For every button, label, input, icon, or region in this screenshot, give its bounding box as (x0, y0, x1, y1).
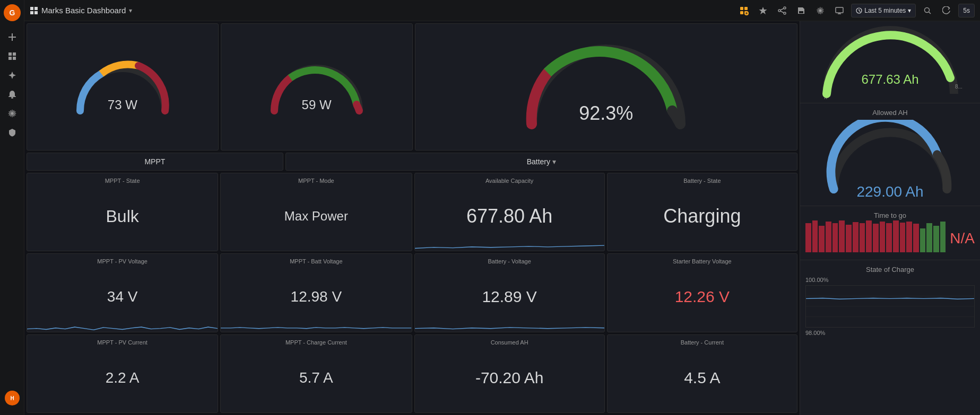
batt-voltage-chart (221, 322, 411, 332)
svg-line-28 (780, 8, 784, 10)
sidebar-alerts-icon[interactable] (4, 86, 21, 103)
battery-state-label: Battery - State (614, 178, 791, 184)
gauge-923pct-value: 92.3% (579, 102, 633, 125)
soc-chart (805, 285, 975, 328)
svg-rect-17 (740, 7, 743, 10)
svg-line-29 (780, 11, 784, 13)
time-to-go-label: Time to go (805, 211, 975, 219)
search-button[interactable] (920, 3, 935, 18)
refresh-button[interactable] (939, 3, 954, 18)
allowed-ah-section: Allowed AH 229.00 Ah (800, 103, 980, 206)
battery-current-card: Battery - Current 4.5 A (607, 334, 797, 413)
bar-red-10 (866, 220, 872, 252)
mppt-state-card: MPPT - State Bulk (27, 173, 218, 251)
save-button[interactable] (794, 3, 809, 18)
svg-marker-24 (759, 7, 767, 14)
share-button[interactable] (775, 3, 790, 18)
svg-point-26 (778, 10, 780, 12)
sidebar-add-icon[interactable] (4, 29, 21, 46)
available-capacity-value: 677.80 Ah (421, 186, 598, 246)
battery-middle-row: Battery - Voltage 12.89 V Starter Batter… (414, 253, 798, 332)
refresh-interval[interactable]: 5s (958, 4, 975, 17)
svg-rect-19 (740, 11, 743, 14)
mppt-batt-voltage-label: MPPT - Batt Voltage (227, 258, 405, 264)
mppt-charge-current-card: MPPT - Charge Current 5.7 A (220, 334, 412, 413)
soc-section: State of Charge 100.00% (800, 260, 980, 415)
mppt-column: MPPT - State Bulk MPPT - PV Voltage 34 V (27, 173, 218, 413)
battery-voltage-chart (415, 322, 604, 332)
mppt-mode-label: MPPT - Mode (227, 178, 405, 184)
mppt-pv-voltage-label: MPPT - PV Voltage (33, 258, 211, 264)
settings-button[interactable] (813, 3, 828, 18)
add-panel-button[interactable] (736, 3, 751, 18)
mppt-state-label: MPPT - State (33, 178, 211, 184)
starter-voltage-value: 12.26 V (614, 267, 791, 327)
svg-rect-15 (30, 11, 33, 14)
section-headers: MPPT Battery ▾ (27, 153, 797, 171)
mppt-pv-voltage-card: MPPT - PV Voltage 34 V (27, 253, 218, 332)
svg-point-37 (925, 7, 930, 12)
sidebar-explore-icon[interactable] (4, 67, 21, 84)
dashboard-title: Marks Basic Dashboard (41, 6, 126, 15)
bar-green-1 (920, 228, 926, 252)
svg-rect-3 (8, 37, 16, 38)
time-to-go-row: N/A (805, 223, 975, 254)
consumed-ah-label: Consumed AH (421, 339, 598, 346)
dashboard-dropdown-icon[interactable]: ▾ (129, 7, 132, 14)
mppt-mode-value: Max Power (227, 186, 405, 246)
battery-voltage-value: 12.89 V (421, 267, 598, 327)
bar-red-3 (819, 226, 825, 252)
time-range-label: Last 5 minutes (864, 7, 906, 14)
battery-current-value: 4.5 A (614, 348, 791, 408)
panel-59w: 59 W (221, 23, 413, 151)
soc-100-value: 100.00% (805, 277, 828, 283)
top-gauge-row: 73 W 59 (27, 23, 797, 151)
svg-rect-13 (30, 7, 33, 10)
right-top-gauge-svg: 0 8... (816, 25, 965, 99)
allowed-ah-value-container: 229.00 Ah (856, 183, 923, 200)
sidebar-security-icon[interactable] (4, 124, 21, 141)
bar-red-12 (880, 222, 886, 252)
topbar: Marks Basic Dashboard ▾ (24, 0, 980, 21)
star-button[interactable] (756, 3, 770, 18)
svg-rect-14 (34, 7, 38, 10)
svg-rect-31 (836, 7, 843, 13)
soc-chart-svg (806, 286, 974, 327)
sidebar-settings-icon[interactable] (4, 105, 21, 122)
battery-dropdown-icon: ▾ (552, 157, 556, 166)
battery-section-header[interactable]: Battery ▾ (285, 153, 797, 171)
available-capacity-card: Available Capacity 677.80 Ah (414, 173, 605, 251)
starter-battery-voltage-card: Starter Battery Voltage 12.26 V (607, 253, 797, 332)
bar-red-1 (805, 223, 811, 252)
available-capacity-label: Available Capacity (421, 178, 598, 184)
consumed-ah-card: Consumed AH -70.20 Ah (414, 334, 605, 413)
bar-red-4 (826, 222, 831, 252)
clock-icon (856, 7, 862, 14)
allowed-ah-label: Allowed AH (872, 109, 907, 117)
time-to-go-value: N/A (950, 230, 975, 247)
app-title-area: Marks Basic Dashboard ▾ (30, 6, 132, 15)
panels-area: 73 W 59 (24, 21, 800, 415)
mppt-pv-current-card: MPPT - PV Current 2.2 A (27, 334, 218, 413)
bar-red-6 (839, 220, 845, 252)
refresh-interval-label: 5s (963, 7, 970, 14)
mppt-section-header: MPPT (27, 153, 283, 171)
app-logo: G (4, 4, 21, 21)
bar-red-8 (853, 222, 858, 252)
user-avatar[interactable]: H (5, 391, 20, 405)
screen-button[interactable] (832, 3, 847, 18)
svg-text:G: G (9, 8, 15, 17)
svg-point-9 (11, 97, 13, 99)
starter-voltage-label: Starter Battery Voltage (614, 258, 791, 264)
battery-column: Available Capacity 677.80 Ah Battery - S… (414, 173, 798, 413)
content-area: 73 W 59 (24, 21, 980, 415)
svg-rect-4 (8, 52, 12, 56)
sidebar-dashboard-icon[interactable] (4, 48, 21, 65)
mppt-mode-card: MPPT - Mode Max Power (220, 173, 412, 251)
time-range-selector[interactable]: Last 5 minutes ▾ (851, 4, 916, 17)
pv-voltage-chart (27, 322, 218, 332)
mppt-batt-voltage-card: MPPT - Batt Voltage 12.98 V (220, 253, 412, 332)
bar-red-15 (900, 223, 906, 252)
time-range-chevron: ▾ (908, 7, 911, 14)
mppt-pv-current-value: 2.2 A (33, 348, 211, 408)
